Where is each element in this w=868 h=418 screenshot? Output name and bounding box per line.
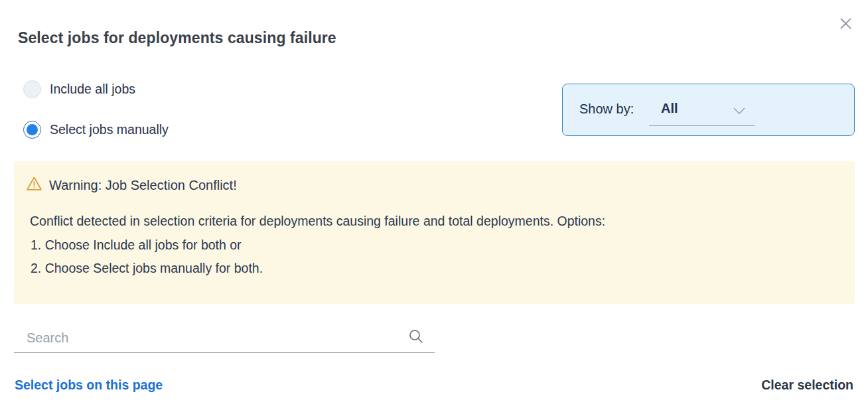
- show-by-panel: Show by: All: [562, 84, 855, 136]
- radio-include-all-jobs-label: Include all jobs: [50, 82, 135, 97]
- show-by-dropdown[interactable]: All: [649, 96, 755, 126]
- warning-triangle-icon: [26, 176, 42, 194]
- close-icon: [838, 16, 853, 33]
- warning-heading: Warning: Job Selection Conflict!: [49, 178, 237, 193]
- show-by-label: Show by:: [579, 102, 634, 117]
- warning-header: Warning: Job Selection Conflict!: [26, 176, 237, 194]
- warning-option-2: 2. Choose Select jobs manually for both.: [31, 261, 263, 276]
- search-input[interactable]: [27, 326, 398, 349]
- radio-select-jobs-manually[interactable]: Select jobs manually: [23, 121, 169, 139]
- select-jobs-on-page-link[interactable]: Select jobs on this page: [15, 378, 163, 393]
- radio-select-jobs-manually-label: Select jobs manually: [50, 122, 169, 137]
- show-by-selected-value: All: [661, 101, 678, 116]
- search-icon[interactable]: [408, 328, 424, 347]
- chevron-down-icon: [733, 105, 746, 117]
- radio-include-all-jobs[interactable]: Include all jobs: [23, 80, 135, 98]
- clear-selection-button[interactable]: Clear selection: [761, 378, 853, 393]
- warning-message: Conflict detected in selection criteria …: [30, 214, 605, 229]
- close-button[interactable]: [833, 13, 857, 36]
- radio-selected-icon[interactable]: [23, 121, 41, 139]
- radio-unselected-icon[interactable]: [23, 80, 41, 98]
- warning-option-1: 1. Choose Include all jobs for both or: [31, 238, 242, 253]
- warning-banner: Warning: Job Selection Conflict! Conflic…: [14, 161, 855, 304]
- search-field: [14, 324, 435, 353]
- job-selection-dialog: Select jobs for deployments causing fail…: [0, 0, 868, 418]
- radio-selected-dot: [27, 124, 38, 135]
- dialog-title: Select jobs for deployments causing fail…: [18, 29, 336, 47]
